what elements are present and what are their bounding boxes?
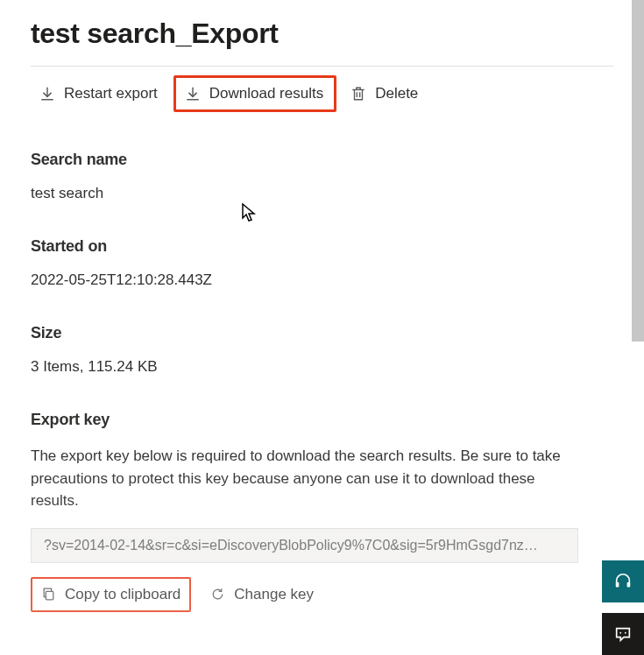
export-key-description: The export key below is required to down… (31, 445, 583, 512)
headset-icon (613, 572, 633, 591)
change-key-label: Change key (234, 586, 314, 603)
toolbar: Restart export Download results (31, 67, 613, 121)
svg-rect-1 (616, 582, 619, 588)
search-name-label: Search name (31, 151, 613, 169)
started-on-value: 2022-05-25T12:10:28.443Z (31, 271, 613, 289)
delete-label: Delete (375, 85, 418, 102)
export-key-value[interactable]: ?sv=2014-02-14&sr=c&si=eDiscoveryBlobPol… (31, 528, 578, 563)
scrollbar[interactable] (632, 0, 644, 342)
svg-rect-2 (627, 582, 631, 588)
page-title: test search_Export (31, 18, 613, 50)
restart-export-label: Restart export (64, 85, 158, 102)
download-icon (185, 86, 201, 102)
size-label: Size (31, 324, 613, 342)
trash-icon (350, 86, 366, 102)
size-section: Size 3 Items, 115.24 KB (31, 324, 613, 376)
restart-export-button[interactable]: Restart export (31, 78, 168, 109)
feedback-icon (613, 624, 633, 644)
download-icon (39, 86, 55, 102)
svg-point-3 (619, 632, 621, 634)
search-name-section: Search name test search (31, 151, 613, 202)
copy-label: Copy to clipboard (65, 586, 180, 603)
export-key-label: Export key (31, 411, 613, 429)
refresh-icon (210, 587, 225, 602)
started-on-section: Started on 2022-05-25T12:10:28.443Z (31, 237, 613, 289)
delete-button[interactable]: Delete (342, 78, 428, 109)
download-results-label: Download results (209, 85, 323, 102)
search-name-value: test search (31, 185, 613, 202)
svg-point-4 (625, 632, 626, 634)
copy-icon (41, 587, 56, 602)
help-floating-button[interactable] (602, 560, 644, 602)
copy-to-clipboard-button[interactable]: Copy to clipboard (31, 577, 191, 612)
change-key-button[interactable]: Change key (202, 579, 322, 610)
svg-rect-0 (46, 591, 53, 600)
download-results-button[interactable]: Download results (173, 75, 336, 112)
feedback-floating-button[interactable] (602, 613, 644, 655)
size-value: 3 Items, 115.24 KB (31, 358, 613, 376)
started-on-label: Started on (31, 237, 613, 256)
export-key-section: Export key The export key below is requi… (31, 411, 613, 612)
export-key-actions: Copy to clipboard Change key (31, 577, 613, 612)
